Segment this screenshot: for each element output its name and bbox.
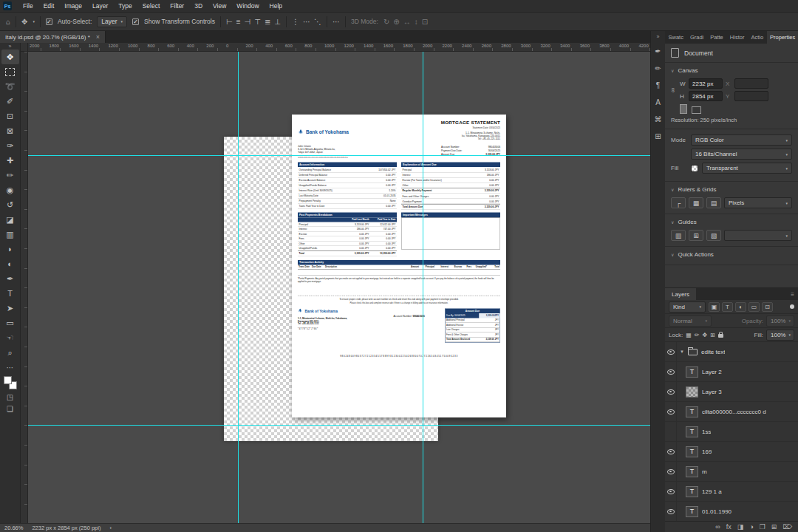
edit-toolbar-icon[interactable]: ⋯: [7, 364, 14, 372]
distribute-horizontal-icon[interactable]: ⋯: [303, 18, 310, 26]
align-horizontal-centers-icon[interactable]: ≡: [236, 18, 241, 26]
bit-depth-select[interactable]: 16 Bits/Channel▾: [691, 149, 792, 160]
height-field[interactable]: 2854 px: [689, 91, 723, 101]
adjustment-layer-icon[interactable]: ◑: [749, 523, 753, 531]
menu-help[interactable]: Help: [265, 0, 287, 13]
toolbar-collapse-icon[interactable]: »: [9, 43, 12, 50]
distribute-vertical-icon[interactable]: ⋮: [292, 18, 299, 26]
panel-tab-properties[interactable]: Properties: [767, 31, 798, 44]
canvas-area[interactable]: Bank of Yokohama MORTGAGE STATEMENT Stat…: [28, 52, 650, 523]
visibility-toggle[interactable]: [665, 382, 677, 401]
panel-tab-actio[interactable]: Actio: [748, 31, 767, 44]
toggle-rulers-icon[interactable]: ┌: [671, 197, 686, 208]
opacity-select[interactable]: 100%▾: [766, 316, 794, 327]
vertical-ruler[interactable]: [21, 52, 28, 523]
marquee-tool[interactable]: [1, 64, 19, 79]
layer-row[interactable]: Layer 3: [665, 382, 798, 402]
layer-row[interactable]: Tcilta000000...ccccccc0 d: [665, 402, 798, 422]
layer-row[interactable]: TLayer 2: [665, 362, 798, 382]
y-field[interactable]: [734, 91, 768, 101]
visibility-toggle[interactable]: [665, 482, 677, 501]
history-brush-tool[interactable]: ↺: [1, 197, 19, 212]
menu-3d[interactable]: 3D: [189, 0, 208, 13]
menu-view[interactable]: View: [208, 0, 231, 13]
layer-row[interactable]: ▼edite text: [665, 342, 798, 362]
width-field[interactable]: 2232 px: [689, 78, 723, 89]
guides-from-shape-icon[interactable]: ⊞: [689, 230, 703, 241]
menu-layer[interactable]: Layer: [87, 0, 113, 13]
align-left-edges-icon[interactable]: ⊢: [226, 18, 233, 26]
panel-tab-gradi[interactable]: Gradi: [686, 31, 706, 44]
3d-scale-icon[interactable]: ⊡: [422, 18, 428, 26]
quick-selection-tool[interactable]: ✐: [1, 94, 19, 109]
3d-orbit-icon[interactable]: ↻: [383, 18, 389, 26]
lock-image-pixels-icon[interactable]: ✏: [695, 332, 700, 338]
new-layer-icon[interactable]: ⊞: [771, 523, 777, 531]
type-tool[interactable]: T: [1, 286, 19, 301]
menu-window[interactable]: Window: [231, 0, 264, 13]
lock-artboard-icon[interactable]: ⊞: [710, 332, 715, 338]
layer-mask-icon[interactable]: ◨: [737, 523, 744, 531]
new-guide-layout-icon[interactable]: ▥: [671, 230, 686, 241]
align-bottom-edges-icon[interactable]: ⊥: [274, 18, 281, 26]
layer-row[interactable]: T01.01.1990: [665, 502, 798, 521]
menu-edit[interactable]: Edit: [38, 0, 60, 13]
blur-tool[interactable]: ◗: [1, 242, 19, 256]
visibility-toggle[interactable]: [665, 502, 677, 521]
layer-row[interactable]: T1ss: [665, 422, 798, 442]
filter-pixel-layers-icon[interactable]: ▣: [709, 302, 720, 312]
3d-slide-icon[interactable]: ↕: [415, 18, 418, 26]
menu-select[interactable]: Select: [137, 0, 166, 13]
clone-stamp-tool[interactable]: ◉: [1, 183, 19, 197]
filter-shape-layers-icon[interactable]: ▭: [748, 302, 760, 312]
tab-layers[interactable]: Layers: [665, 288, 696, 300]
chevron-down-icon[interactable]: ∨: [671, 187, 674, 192]
path-selection-tool[interactable]: ➤: [1, 301, 19, 316]
layer-effects-icon[interactable]: fx: [726, 523, 732, 531]
brush-tool[interactable]: ✏: [1, 168, 19, 183]
panel-tab-histor[interactable]: Histor: [726, 31, 748, 44]
ruler-origin-corner[interactable]: [21, 43, 28, 52]
menu-filter[interactable]: Filter: [165, 0, 189, 13]
glyphs-panel-icon[interactable]: ⌘: [652, 113, 664, 125]
menu-file[interactable]: File: [18, 0, 38, 13]
visibility-toggle[interactable]: [665, 362, 677, 381]
3d-drag-icon[interactable]: ↔: [403, 18, 411, 26]
distribute-spacing-icon[interactable]: ⋱: [314, 18, 321, 26]
align-vertical-centers-icon[interactable]: ≣: [265, 18, 270, 26]
3d-roll-icon[interactable]: ⊕: [393, 18, 399, 26]
crop-tool[interactable]: ⊡: [1, 109, 19, 123]
auto-select-checkbox[interactable]: ✓: [46, 18, 52, 25]
guide-horizontal[interactable]: [28, 425, 650, 426]
filter-kind-select[interactable]: Kind▾: [669, 301, 706, 313]
zoom-tool[interactable]: ⌕: [1, 345, 19, 360]
link-layers-icon[interactable]: ∞: [715, 523, 720, 531]
units-select[interactable]: Pixels▾: [724, 197, 792, 208]
brushes-panel-icon[interactable]: ✏: [652, 62, 664, 74]
home-icon[interactable]: ⌂: [6, 18, 10, 26]
visibility-toggle[interactable]: [665, 402, 677, 421]
visibility-toggle[interactable]: [665, 342, 677, 361]
visibility-toggle[interactable]: [665, 442, 677, 461]
filter-toggle[interactable]: [790, 304, 794, 309]
status-chevron-icon[interactable]: ›: [109, 525, 112, 531]
dodge-tool[interactable]: ◐: [1, 256, 19, 271]
new-group-icon[interactable]: ❐: [760, 523, 765, 531]
lasso-tool[interactable]: ➰: [1, 79, 19, 94]
more-options-icon[interactable]: ⋯: [332, 18, 340, 26]
document-layer-preview[interactable]: Bank of Yokohama MORTGAGE STATEMENT Stat…: [292, 115, 506, 417]
layer-row[interactable]: T129 1 a: [665, 482, 798, 502]
character-panel-icon[interactable]: A: [652, 96, 664, 108]
visibility-toggle[interactable]: [665, 422, 677, 441]
guide-color-select[interactable]: ▾: [724, 230, 792, 241]
move-tool-options-icon[interactable]: ✥: [21, 18, 27, 26]
chevron-down-icon[interactable]: ∨: [671, 68, 674, 73]
guide-vertical[interactable]: [238, 52, 239, 523]
layer-row[interactable]: T169: [665, 442, 798, 462]
x-field[interactable]: [734, 78, 768, 89]
landscape-orientation-button[interactable]: [692, 106, 701, 114]
pen-tool[interactable]: ✒: [1, 271, 19, 286]
chevron-down-icon[interactable]: ∨: [671, 219, 674, 225]
layer-row[interactable]: Tm: [665, 462, 798, 482]
panel-tab-patte[interactable]: Patte: [707, 31, 727, 44]
